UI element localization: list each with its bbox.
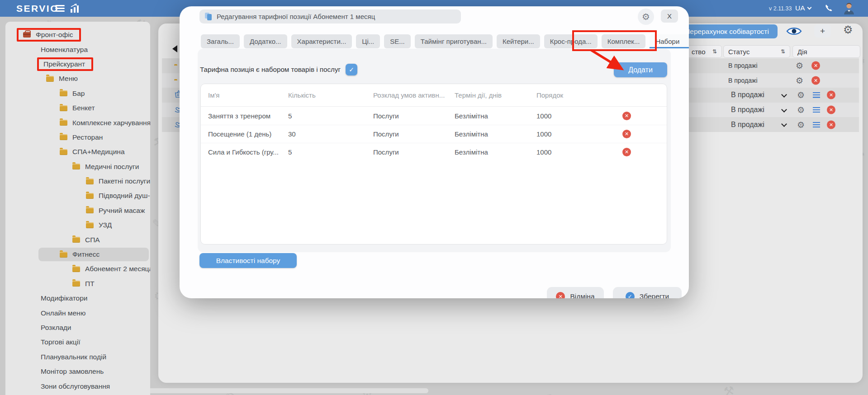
sidebar-item-8[interactable]: Ресторан: [5, 130, 150, 145]
delete-set-item-icon[interactable]: ✕: [622, 112, 631, 120]
annotated-tree-node: Фронт-офіс: [17, 28, 81, 42]
sidebar-item-3[interactable]: Прейскурант: [5, 57, 150, 71]
tab-1[interactable]: Загаль...: [201, 34, 240, 48]
tab-10-active[interactable]: Набори: [650, 34, 689, 48]
sidebar-item-7[interactable]: Комплексне харчування: [5, 115, 150, 130]
sidebar-item-17[interactable]: Абонемент 2 месяца: [5, 262, 150, 276]
row-delete-icon[interactable]: ✕: [811, 61, 820, 70]
tree-node: Торгові акції: [41, 337, 85, 348]
sidebar-item-9[interactable]: СПА+Медицина: [5, 145, 150, 159]
row-settings-gear-icon[interactable]: ⚙: [797, 120, 805, 129]
set-table-cell: 1000: [536, 112, 622, 120]
modal-title-bar: Редагування тарифної позиції Абонемент 1…: [199, 9, 461, 24]
sidebar-item-6[interactable]: Бенкет: [5, 101, 150, 115]
set-table-row-3[interactable]: Сила и Гибкость (гру...5ПослугиБезлімітн…: [201, 143, 667, 161]
sidebar-item-21[interactable]: Розклади: [5, 320, 150, 335]
cancel-button[interactable]: ✕ Відміна: [547, 287, 604, 298]
tab-5[interactable]: SE...: [384, 34, 411, 48]
eye-visibility-icon[interactable]: [786, 26, 802, 37]
tree-node-label: Модифікатори: [41, 294, 88, 302]
sidebar-item-10[interactable]: Медичні послуги: [5, 160, 150, 174]
tree-node-label: Комплексне харчування: [72, 119, 150, 127]
annotated-tree-node: Прейскурант: [37, 57, 93, 71]
tree-node-label: Ресторан: [72, 133, 103, 141]
tree-node-label: Медичні послуги: [85, 163, 139, 171]
delete-set-item-icon[interactable]: ✕: [622, 148, 631, 156]
tab-3[interactable]: Характеристи...: [291, 34, 352, 48]
row-delete-icon[interactable]: ✕: [811, 76, 820, 85]
add-item-button[interactable]: +: [814, 24, 831, 38]
sidebar-item-12[interactable]: Підводний душ-м: [5, 188, 150, 203]
sidebar-item-22[interactable]: Торгові акції: [5, 335, 150, 349]
row-settings-gear-icon[interactable]: ⚙: [797, 91, 805, 99]
sidebar-item-4[interactable]: Меню: [5, 71, 150, 86]
tree-node: ПТ: [72, 278, 99, 289]
sidebar-item-5[interactable]: Бар: [5, 86, 150, 101]
set-properties-button[interactable]: Властивості набору: [199, 253, 297, 268]
tree-node-label: Підводний душ-м: [99, 192, 150, 200]
row-delete-icon[interactable]: ✕: [827, 106, 835, 114]
sidebar-item-19[interactable]: Модифікатори: [5, 291, 150, 306]
row-delete-icon[interactable]: ✕: [827, 120, 835, 129]
folder-icon: [60, 134, 67, 140]
sidebar-item-14[interactable]: УЗД: [5, 218, 150, 232]
tab-6[interactable]: Таймінг приготуван...: [415, 34, 493, 48]
set-table-header-4: Термін дії, днів: [455, 91, 536, 99]
modal-close-button[interactable]: X: [661, 9, 678, 23]
tree-node: Монітор замовлень: [41, 366, 108, 377]
sidebar-item-25[interactable]: Зони обслуговування: [5, 379, 150, 393]
tree-node-label: Бенкет: [72, 104, 95, 112]
column-header-3[interactable]: Дія: [792, 45, 860, 58]
column-header-2[interactable]: Статус⇅: [723, 45, 790, 58]
sidebar-item-2[interactable]: Номенклатура: [5, 42, 150, 56]
set-items-table: Ім'яКількістьРозклад умов активн...Термі…: [200, 84, 667, 245]
set-table-header-1: Ім'я: [208, 91, 288, 99]
cancel-label: Відміна: [570, 292, 594, 298]
save-button[interactable]: ✓ Зберегти: [613, 287, 682, 298]
tree-node-label: Зони обслуговування: [41, 382, 110, 390]
tab-2[interactable]: Додатко...: [244, 34, 287, 48]
chevron-down-icon[interactable]: [781, 122, 787, 127]
tab-8[interactable]: Крос-прода...: [544, 34, 598, 48]
tab-7[interactable]: Кейтери...: [497, 34, 540, 48]
user-avatar[interactable]: [842, 1, 856, 15]
tab-9[interactable]: Комплек...: [602, 34, 646, 48]
sidebar-item-11[interactable]: Пакетні послуги: [5, 174, 150, 188]
sidebar-item-1[interactable]: Фронт-офіс: [5, 28, 150, 42]
sidebar-item-24[interactable]: Монітор замовлень: [5, 364, 150, 379]
tree-node-label: УЗД: [99, 221, 112, 229]
sidebar-item-13[interactable]: Ручний масаж: [5, 203, 150, 218]
app-version: v 2.11.33: [769, 5, 792, 12]
analytics-chart-icon[interactable]: [70, 4, 81, 13]
language-selector[interactable]: UA: [795, 4, 811, 12]
row-settings-gear-icon[interactable]: ⚙: [796, 61, 803, 70]
set-table-cell: Заняття з тренером: [208, 112, 288, 120]
panel-settings-gear-icon[interactable]: ⚙: [843, 24, 853, 36]
sort-icon[interactable]: ⇅: [712, 48, 717, 55]
row-list-icon[interactable]: [813, 107, 820, 113]
row-list-icon[interactable]: [813, 122, 820, 127]
sidebar-item-23[interactable]: Планувальник подій: [5, 350, 150, 364]
chevron-down-icon[interactable]: [781, 92, 787, 98]
sidebar-item-15[interactable]: СПА: [5, 232, 150, 247]
row-settings-gear-icon[interactable]: ⚙: [796, 76, 803, 85]
delete-set-item-icon[interactable]: ✕: [622, 130, 631, 138]
phone-icon[interactable]: [824, 3, 834, 13]
is-set-checkbox[interactable]: ✓: [346, 64, 357, 75]
collapse-back-arrow-icon[interactable]: [172, 45, 177, 52]
recalculate-cost-button[interactable]: Перерахунок собівартості: [676, 24, 778, 38]
sidebar-item-16[interactable]: Фитнесс: [5, 247, 150, 262]
hamburger-menu-icon[interactable]: [55, 5, 65, 12]
tab-4[interactable]: Ці...: [356, 34, 380, 48]
add-set-item-button[interactable]: Додати: [614, 62, 667, 77]
row-settings-gear-icon[interactable]: ⚙: [797, 106, 805, 114]
row-delete-icon[interactable]: ✕: [827, 91, 835, 99]
modal-settings-gear-icon[interactable]: ⚙: [638, 9, 654, 25]
chevron-down-icon[interactable]: [781, 107, 787, 113]
sidebar-item-20[interactable]: Онлайн меню: [5, 306, 150, 320]
sort-icon[interactable]: ⇅: [781, 48, 785, 55]
set-table-row-1[interactable]: Заняття з тренером5ПослугиБезлімітна1000…: [201, 107, 667, 125]
row-list-icon[interactable]: [813, 92, 820, 98]
set-table-row-2[interactable]: Посещение (1 день)30ПослугиБезлімітна100…: [201, 125, 667, 143]
sidebar-item-18[interactable]: ПТ: [5, 277, 150, 291]
